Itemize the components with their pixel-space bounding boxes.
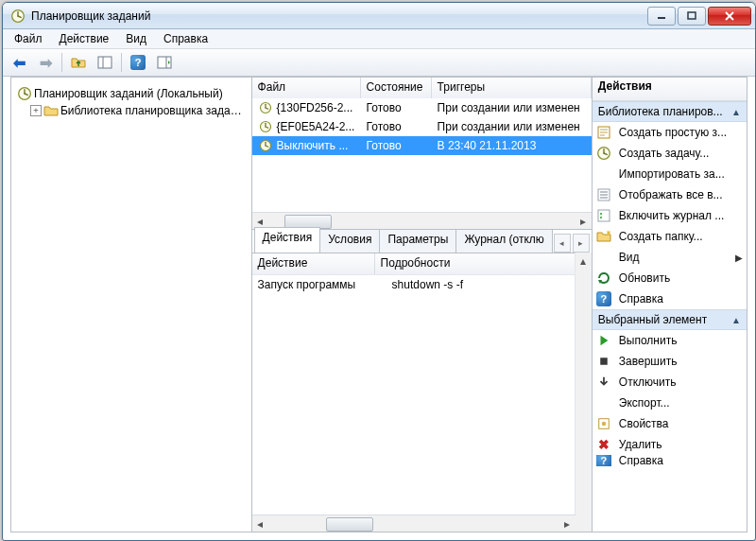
- svg-marker-33: [600, 336, 608, 346]
- toolbar: ⬅ ➡ ?: [3, 49, 755, 77]
- tab-settings[interactable]: Параметры: [379, 229, 456, 253]
- forward-button[interactable]: ➡: [33, 51, 58, 74]
- details-vscroll[interactable]: ▴: [575, 253, 592, 515]
- actions-group-selected[interactable]: Выбранный элемент ▲: [593, 309, 747, 330]
- tree-library-label: Библиотека планировщика заданий: [60, 104, 248, 117]
- menu-file[interactable]: Файл: [7, 30, 50, 47]
- action-new-folder[interactable]: Создать папку...: [593, 226, 747, 247]
- task-row[interactable]: {130FD256-2...ГотовоПри создании или изм…: [252, 98, 592, 117]
- close-button[interactable]: [708, 7, 751, 26]
- list-icon: [596, 187, 611, 202]
- refresh-icon: [596, 270, 611, 286]
- task-row[interactable]: Выключить ...ГотовоВ 23:40 21.11.2013: [252, 136, 592, 155]
- blank-icon: [596, 250, 611, 265]
- action-label: Импортировать за...: [619, 167, 743, 181]
- actions-pane-body: Библиотека планиров... ▲ Создать простую…: [593, 101, 747, 532]
- clock-icon: [17, 86, 32, 101]
- tab-conditions[interactable]: Условия: [319, 229, 380, 253]
- action-disable[interactable]: Отключить: [593, 372, 747, 393]
- action-create-task[interactable]: Создать задачу...: [593, 143, 747, 164]
- menu-help[interactable]: Справка: [156, 30, 215, 47]
- action-refresh[interactable]: Обновить: [593, 268, 747, 288]
- task-rows: {130FD256-2...ГотовоПри создании или изм…: [252, 98, 592, 155]
- action-view-submenu[interactable]: Вид ▶: [593, 247, 747, 268]
- task-name: {EF0E5A24-2...: [277, 120, 355, 133]
- collapse-icon: ▲: [731, 107, 741, 117]
- tab-scroll-left[interactable]: ◂: [554, 234, 571, 253]
- action-details: shutdown -s -f: [387, 276, 592, 293]
- task-scheduler-window: Планировщик заданий Файл Действие Вид Сп…: [2, 2, 756, 541]
- action-end[interactable]: Завершить: [593, 351, 747, 372]
- scroll-left-icon[interactable]: ◂: [252, 515, 268, 532]
- scroll-track[interactable]: [284, 214, 559, 228]
- action-delete[interactable]: ✖ Удалить: [593, 434, 747, 455]
- task-state: Готово: [361, 120, 432, 133]
- folder-icon: [43, 103, 59, 118]
- properties-button[interactable]: [93, 51, 117, 74]
- center-pane: Файл Состояние Триггеры {130FD256-2...Го…: [252, 78, 593, 532]
- wizard-icon: [596, 125, 611, 140]
- action-show-all-running[interactable]: Отображать все в...: [593, 184, 747, 205]
- menu-action[interactable]: Действие: [52, 30, 117, 47]
- actionpane-button[interactable]: [152, 51, 177, 74]
- action-label: Создать папку...: [619, 230, 743, 243]
- tab-history[interactable]: Журнал (отклю: [455, 229, 552, 253]
- col-triggers[interactable]: Триггеры: [432, 78, 592, 98]
- action-row[interactable]: Запуск программыshutdown -s -f: [252, 275, 592, 294]
- action-label: Завершить: [619, 355, 743, 368]
- new-folder-icon: [596, 229, 611, 244]
- submenu-arrow-icon: ▶: [735, 253, 743, 263]
- window-title: Планировщик заданий: [31, 9, 647, 23]
- action-properties[interactable]: Свойства: [593, 413, 747, 434]
- actions-pane-title: Действия: [593, 78, 747, 101]
- tree-root[interactable]: Планировщик заданий (Локальный): [15, 85, 248, 102]
- tree: Планировщик заданий (Локальный) + Библио…: [13, 81, 249, 123]
- action-help-2[interactable]: ? Справка: [593, 455, 747, 466]
- action-enable-history[interactable]: Включить журнал ...: [593, 205, 747, 226]
- svg-rect-29: [598, 210, 610, 221]
- help-button[interactable]: ?: [126, 51, 150, 74]
- expand-toggle[interactable]: +: [30, 105, 42, 116]
- menu-view[interactable]: Вид: [118, 30, 154, 47]
- task-name: {130FD256-2...: [277, 101, 353, 114]
- toolbar-separator: [61, 53, 62, 72]
- actions-pane: Действия Библиотека планиров... ▲ Создат…: [593, 78, 747, 532]
- action-label: Справка: [619, 455, 743, 466]
- action-help[interactable]: ? Справка: [593, 288, 747, 309]
- action-run[interactable]: Выполнить: [593, 330, 747, 351]
- svg-rect-4: [688, 12, 696, 19]
- titlebar[interactable]: Планировщик заданий: [3, 3, 755, 29]
- col-state[interactable]: Состояние: [361, 78, 432, 98]
- task-icon: [258, 138, 273, 153]
- details-hscroll[interactable]: ◂ ▸: [252, 515, 576, 532]
- task-row[interactable]: {EF0E5A24-2...ГотовоПри создании или изм…: [252, 117, 592, 136]
- task-trigger: При создании или изменен: [432, 101, 592, 114]
- scroll-track[interactable]: [284, 516, 543, 531]
- col-file[interactable]: Файл: [252, 78, 361, 98]
- scroll-right-icon[interactable]: ▸: [576, 213, 592, 229]
- action-create-basic-task[interactable]: Создать простую з...: [593, 122, 747, 143]
- col-details[interactable]: Подробности: [375, 253, 592, 274]
- tab-scroll-right[interactable]: ▸: [573, 234, 590, 253]
- back-button[interactable]: ⬅: [7, 51, 31, 74]
- action-export[interactable]: Экспорт...: [593, 393, 747, 413]
- col-action[interactable]: Действие: [252, 253, 375, 274]
- window-buttons: [647, 7, 751, 26]
- actions-group-library[interactable]: Библиотека планиров... ▲: [593, 101, 747, 122]
- action-label: Отображать все в...: [619, 188, 743, 201]
- scroll-thumb[interactable]: [326, 517, 373, 532]
- minimize-button[interactable]: [647, 7, 676, 26]
- maximize-button[interactable]: [678, 7, 706, 26]
- up-folder-button[interactable]: [66, 51, 91, 74]
- action-label: Отключить: [619, 375, 743, 389]
- scroll-right-icon[interactable]: ▸: [559, 515, 576, 532]
- tree-library[interactable]: + Библиотека планировщика заданий: [15, 102, 248, 119]
- task-list[interactable]: Файл Состояние Триггеры {130FD256-2...Го…: [252, 78, 592, 212]
- actions-group-library-label: Библиотека планиров...: [598, 105, 723, 118]
- action-import-task[interactable]: Импортировать за...: [593, 164, 747, 184]
- panes-icon: [97, 55, 112, 70]
- scroll-corner: [576, 515, 592, 532]
- tab-actions[interactable]: Действия: [254, 227, 321, 253]
- scroll-up-icon[interactable]: ▴: [576, 253, 592, 269]
- action-label: Создать простую з...: [619, 126, 743, 139]
